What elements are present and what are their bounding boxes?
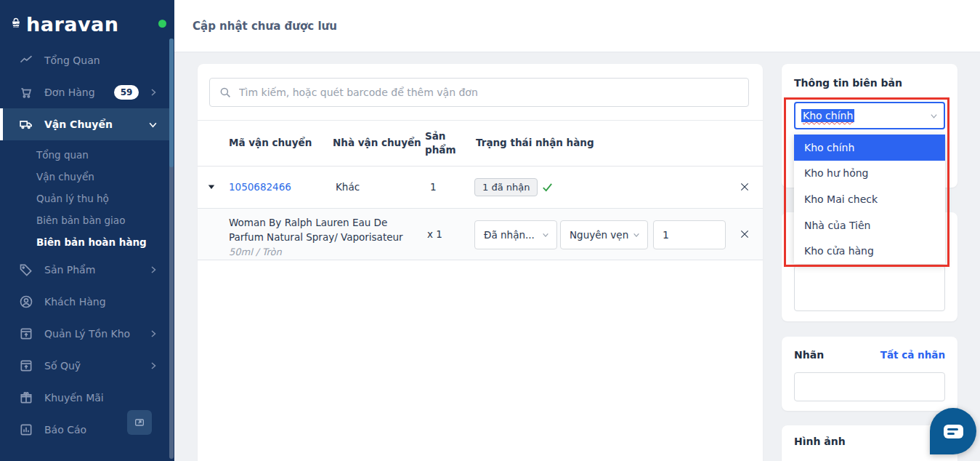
sidebar-item-orders[interactable]: Đơn Hàng 59 xyxy=(0,76,169,108)
labels-title: Nhãn xyxy=(794,349,824,361)
chevron-right-icon xyxy=(149,361,158,370)
sidebar-item-label: Khuyến Mãi xyxy=(44,392,104,404)
sidebar-item-inventory[interactable]: Quản Lý Tồn Kho xyxy=(0,318,169,350)
sidebar-item-shipping[interactable]: Vận Chuyển xyxy=(0,108,169,140)
warehouse-option[interactable]: Kho Mai check xyxy=(794,186,945,212)
images-title: Hình ảnh xyxy=(794,436,846,447)
received-qty-input[interactable] xyxy=(653,220,726,249)
col-header-shipment-code: Mã vận chuyển xyxy=(229,120,312,166)
table-row: Woman By Ralph Lauren Eau De Parfum Natu… xyxy=(198,209,763,260)
warehouse-dropdown-menu: Kho chính Kho hư hỏng Kho Mai check Nhà … xyxy=(794,135,945,264)
col-header-products: Sản phẩm xyxy=(425,120,463,166)
sidebar-item-label: Báo Cáo xyxy=(44,424,86,436)
cashbox-icon xyxy=(19,358,33,373)
online-status-dot xyxy=(158,20,166,28)
sidebar-item-label: Quản Lý Tồn Kho xyxy=(44,328,130,340)
product-variant: 50ml / Tròn xyxy=(229,245,419,260)
page-title: Cập nhật chưa được lưu xyxy=(193,0,337,52)
record-info-title: Thông tin biên bản xyxy=(794,77,902,89)
submenu-label: Tổng quan xyxy=(36,149,89,161)
report-chart-icon xyxy=(19,422,33,437)
chevron-down-icon xyxy=(148,120,158,129)
cart-icon xyxy=(19,85,33,100)
col-header-receive-status: Trạng thái nhận hàng xyxy=(476,120,594,166)
truck-icon xyxy=(19,117,33,132)
expand-caret-icon[interactable] xyxy=(207,166,216,208)
product-count-value: 1 xyxy=(430,166,437,208)
sidebar-item-label: Sản Phẩm xyxy=(44,264,95,276)
trend-icon xyxy=(19,53,33,68)
submenu-item-shipping[interactable]: Vận chuyển xyxy=(0,166,169,188)
chevron-down-icon xyxy=(542,231,549,238)
sidebar: haravan Tổng Quan Đơn Hàng 59 Vận Chuyển… xyxy=(0,0,174,461)
sidebar-item-label: Vận Chuyển xyxy=(44,119,113,130)
shipments-card: Mã vận chuyển Nhà vận chuyển Sản phẩm Tr… xyxy=(198,64,763,461)
notes-textarea[interactable] xyxy=(794,265,945,311)
carrier-value: Khác xyxy=(336,166,360,208)
sidebar-scrollbar-thumb[interactable] xyxy=(169,39,174,167)
submenu-item-handover[interactable]: Biên bản bàn giao xyxy=(0,209,169,231)
sidebar-item-label: Đơn Hàng xyxy=(44,87,95,98)
chevron-down-icon xyxy=(633,231,640,238)
table-row: 1050682466 Khác 1 1 đã nhận xyxy=(198,166,763,209)
search-input[interactable] xyxy=(239,87,748,98)
logo-wordmark: haravan xyxy=(26,13,119,36)
haravan-logo[interactable]: haravan xyxy=(9,7,119,41)
orders-count-badge: 59 xyxy=(114,85,139,100)
labels-input[interactable] xyxy=(794,372,945,401)
chevron-right-icon xyxy=(149,88,158,97)
chevron-down-icon xyxy=(930,112,938,120)
tag-icon xyxy=(19,262,33,277)
inventory-box-icon xyxy=(19,326,33,341)
sidebar-item-customers[interactable]: Khách Hàng xyxy=(0,286,169,318)
search-icon xyxy=(219,86,232,99)
submenu-label: Biên bản hoàn hàng xyxy=(36,236,147,248)
search-bar xyxy=(209,78,749,107)
product-name: Woman By Ralph Lauren Eau De Parfum Natu… xyxy=(229,215,419,245)
warehouse-select-value: Kho chính xyxy=(801,109,854,122)
condition-select[interactable]: Nguyên vẹn xyxy=(560,220,648,249)
submenu-label: Vận chuyển xyxy=(36,171,94,183)
condition-value: Nguyên vẹn xyxy=(570,229,628,241)
submenu-label: Biên bản bàn giao xyxy=(36,215,125,226)
external-link-icon xyxy=(134,417,145,428)
receive-status-value: Đã nhận... xyxy=(484,229,535,241)
open-reports-button[interactable] xyxy=(127,410,152,435)
app-window: haravan Tổng Quan Đơn Hàng 59 Vận Chuyển… xyxy=(0,0,980,461)
topbar: Cập nhật chưa được lưu xyxy=(174,0,980,52)
shopping-bag-logo-icon xyxy=(9,17,23,31)
sidebar-item-overview[interactable]: Tổng Quan xyxy=(0,44,169,76)
labels-card: Nhãn Tất cả nhãn xyxy=(782,337,957,411)
sidebar-item-label: Số Quỹ xyxy=(44,360,81,372)
shipment-code-link[interactable]: 1050682466 xyxy=(229,166,291,208)
sidebar-item-promotions[interactable]: Khuyến Mãi xyxy=(0,382,169,414)
chat-icon xyxy=(944,425,963,438)
sidebar-item-products[interactable]: Sản Phẩm xyxy=(0,254,169,286)
submenu-item-return-record[interactable]: Biên bản hoàn hàng xyxy=(0,231,169,253)
sidebar-item-label: Khách Hàng xyxy=(44,296,106,308)
chevron-right-icon xyxy=(149,329,158,338)
product-quantity: x 1 xyxy=(427,209,442,260)
check-icon xyxy=(541,166,554,208)
remove-product-button[interactable] xyxy=(739,228,750,240)
warehouse-select[interactable]: Kho chính xyxy=(794,102,945,129)
remove-shipment-button[interactable] xyxy=(739,181,750,193)
warehouse-option[interactable]: Kho hư hỏng xyxy=(794,161,945,187)
user-icon xyxy=(19,294,33,309)
warehouse-option[interactable]: Nhà của Tiên xyxy=(794,212,945,238)
chevron-right-icon xyxy=(149,265,158,274)
sidebar-item-cashbook[interactable]: Số Quỹ xyxy=(0,350,169,382)
chat-widget-button[interactable] xyxy=(930,408,976,454)
gift-icon xyxy=(19,390,33,405)
submenu-item-overview[interactable]: Tổng quan xyxy=(0,144,169,166)
col-header-carrier: Nhà vận chuyển xyxy=(333,120,421,166)
sidebar-item-reports[interactable]: Báo Cáo xyxy=(0,414,169,446)
all-labels-link[interactable]: Tất cả nhãn xyxy=(880,349,945,361)
submenu-label: Quản lý thu hộ xyxy=(36,193,109,204)
received-status-badge: 1 đã nhận xyxy=(474,178,538,196)
submenu-item-cod[interactable]: Quản lý thu hộ xyxy=(0,188,169,209)
warehouse-option[interactable]: Kho chính xyxy=(794,135,945,161)
warehouse-option[interactable]: Kho cửa hàng xyxy=(794,238,945,264)
receive-status-select[interactable]: Đã nhận... xyxy=(474,220,557,249)
sidebar-item-label: Tổng Quan xyxy=(44,55,100,66)
